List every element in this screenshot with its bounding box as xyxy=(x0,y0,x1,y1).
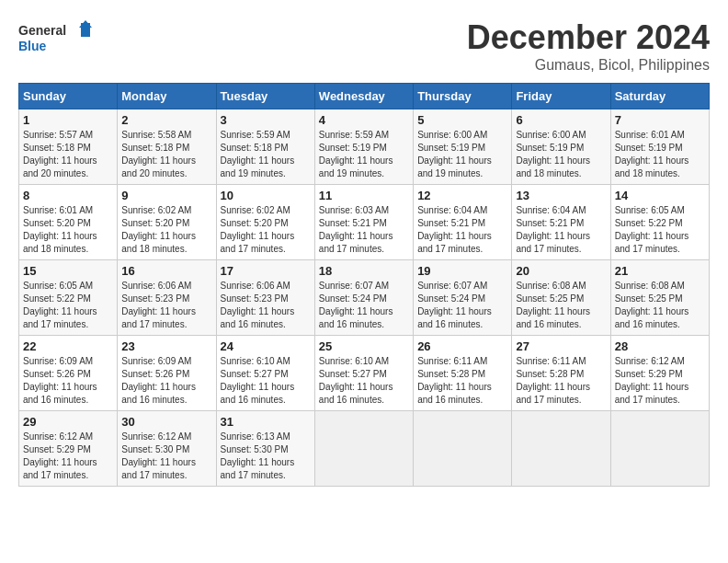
day-info: Sunrise: 6:06 AM Sunset: 5:23 PM Dayligh… xyxy=(221,280,311,331)
calendar-day-header: Wednesday xyxy=(314,84,413,109)
day-info: Sunrise: 6:01 AM Sunset: 5:19 PM Dayligh… xyxy=(615,129,705,180)
calendar-cell: 26Sunrise: 6:11 AM Sunset: 5:28 PM Dayli… xyxy=(414,336,512,411)
calendar-cell: 10Sunrise: 6:02 AM Sunset: 5:20 PM Dayli… xyxy=(216,185,314,260)
calendar-day-header: Tuesday xyxy=(216,84,314,109)
calendar-cell: 5Sunrise: 6:00 AM Sunset: 5:19 PM Daylig… xyxy=(414,109,512,185)
day-info: Sunrise: 6:10 AM Sunset: 5:27 PM Dayligh… xyxy=(319,355,409,407)
title-block: December 2024 Gumaus, Bicol, Philippines xyxy=(467,18,710,74)
day-info: Sunrise: 6:12 AM Sunset: 5:29 PM Dayligh… xyxy=(23,431,113,482)
day-info: Sunrise: 6:03 AM Sunset: 5:21 PM Dayligh… xyxy=(319,204,409,256)
day-number: 21 xyxy=(615,264,705,278)
day-number: 15 xyxy=(23,264,113,278)
day-info: Sunrise: 6:07 AM Sunset: 5:24 PM Dayligh… xyxy=(319,280,409,331)
day-number: 30 xyxy=(121,415,211,429)
day-number: 3 xyxy=(221,113,311,127)
calendar-cell: 30Sunrise: 6:12 AM Sunset: 5:30 PM Dayli… xyxy=(118,411,216,487)
calendar-cell xyxy=(512,411,610,487)
day-number: 6 xyxy=(516,113,606,127)
day-info: Sunrise: 5:57 AM Sunset: 5:18 PM Dayligh… xyxy=(23,129,113,180)
day-info: Sunrise: 6:00 AM Sunset: 5:19 PM Dayligh… xyxy=(516,129,606,180)
day-info: Sunrise: 6:09 AM Sunset: 5:26 PM Dayligh… xyxy=(121,355,211,407)
day-number: 7 xyxy=(615,113,705,127)
day-number: 2 xyxy=(121,113,211,127)
calendar-cell: 9Sunrise: 6:02 AM Sunset: 5:20 PM Daylig… xyxy=(118,185,216,260)
day-number: 1 xyxy=(23,113,113,127)
page-header: General Blue December 2024 Gumaus, Bicol… xyxy=(18,18,710,74)
day-info: Sunrise: 6:05 AM Sunset: 5:22 PM Dayligh… xyxy=(23,280,113,331)
day-info: Sunrise: 6:11 AM Sunset: 5:28 PM Dayligh… xyxy=(417,355,507,407)
day-number: 9 xyxy=(121,189,211,202)
day-number: 19 xyxy=(417,264,507,278)
calendar-cell: 4Sunrise: 5:59 AM Sunset: 5:19 PM Daylig… xyxy=(314,109,413,185)
day-info: Sunrise: 5:58 AM Sunset: 5:18 PM Dayligh… xyxy=(121,129,211,180)
calendar-cell: 6Sunrise: 6:00 AM Sunset: 5:19 PM Daylig… xyxy=(512,109,610,185)
day-info: Sunrise: 6:09 AM Sunset: 5:26 PM Dayligh… xyxy=(23,355,113,407)
day-number: 29 xyxy=(23,415,113,429)
day-info: Sunrise: 6:07 AM Sunset: 5:24 PM Dayligh… xyxy=(417,280,507,331)
logo-icon: General Blue xyxy=(18,18,92,60)
calendar-cell: 15Sunrise: 6:05 AM Sunset: 5:22 PM Dayli… xyxy=(19,260,118,336)
day-info: Sunrise: 6:11 AM Sunset: 5:28 PM Dayligh… xyxy=(516,355,606,407)
calendar-cell: 25Sunrise: 6:10 AM Sunset: 5:27 PM Dayli… xyxy=(314,336,413,411)
calendar-cell: 18Sunrise: 6:07 AM Sunset: 5:24 PM Dayli… xyxy=(314,260,413,336)
calendar-cell: 31Sunrise: 6:13 AM Sunset: 5:30 PM Dayli… xyxy=(216,411,314,487)
day-info: Sunrise: 6:00 AM Sunset: 5:19 PM Dayligh… xyxy=(417,129,507,180)
calendar-cell: 13Sunrise: 6:04 AM Sunset: 5:21 PM Dayli… xyxy=(512,185,610,260)
calendar-cell: 1Sunrise: 5:57 AM Sunset: 5:18 PM Daylig… xyxy=(19,109,118,185)
calendar-day-header: Saturday xyxy=(610,84,709,109)
day-info: Sunrise: 6:08 AM Sunset: 5:25 PM Dayligh… xyxy=(516,280,606,331)
day-info: Sunrise: 6:04 AM Sunset: 5:21 PM Dayligh… xyxy=(516,204,606,256)
location-subtitle: Gumaus, Bicol, Philippines xyxy=(467,57,710,74)
calendar-week-row: 1Sunrise: 5:57 AM Sunset: 5:18 PM Daylig… xyxy=(19,109,710,185)
day-number: 26 xyxy=(417,339,507,353)
calendar-cell: 23Sunrise: 6:09 AM Sunset: 5:26 PM Dayli… xyxy=(118,336,216,411)
day-number: 11 xyxy=(319,189,409,202)
calendar-cell: 16Sunrise: 6:06 AM Sunset: 5:23 PM Dayli… xyxy=(118,260,216,336)
day-number: 25 xyxy=(319,339,409,353)
calendar-cell xyxy=(314,411,413,487)
day-number: 28 xyxy=(615,339,705,353)
calendar-cell: 7Sunrise: 6:01 AM Sunset: 5:19 PM Daylig… xyxy=(610,109,709,185)
calendar-cell: 20Sunrise: 6:08 AM Sunset: 5:25 PM Dayli… xyxy=(512,260,610,336)
calendar-header-row: SundayMondayTuesdayWednesdayThursdayFrid… xyxy=(19,84,710,109)
calendar-cell xyxy=(610,411,709,487)
day-number: 5 xyxy=(417,113,507,127)
day-info: Sunrise: 6:05 AM Sunset: 5:22 PM Dayligh… xyxy=(615,204,705,256)
day-number: 24 xyxy=(221,339,311,353)
day-info: Sunrise: 6:01 AM Sunset: 5:20 PM Dayligh… xyxy=(23,204,113,256)
calendar-day-header: Friday xyxy=(512,84,610,109)
calendar-week-row: 15Sunrise: 6:05 AM Sunset: 5:22 PM Dayli… xyxy=(19,260,710,336)
calendar-cell: 2Sunrise: 5:58 AM Sunset: 5:18 PM Daylig… xyxy=(118,109,216,185)
day-number: 10 xyxy=(221,189,311,202)
day-info: Sunrise: 6:13 AM Sunset: 5:30 PM Dayligh… xyxy=(221,431,311,482)
day-number: 27 xyxy=(516,339,606,353)
day-number: 18 xyxy=(319,264,409,278)
day-number: 20 xyxy=(516,264,606,278)
day-info: Sunrise: 6:12 AM Sunset: 5:30 PM Dayligh… xyxy=(121,431,211,482)
logo: General Blue xyxy=(18,18,92,60)
calendar-day-header: Sunday xyxy=(19,84,118,109)
calendar-week-row: 8Sunrise: 6:01 AM Sunset: 5:20 PM Daylig… xyxy=(19,185,710,260)
day-info: Sunrise: 6:08 AM Sunset: 5:25 PM Dayligh… xyxy=(615,280,705,331)
day-number: 22 xyxy=(23,339,113,353)
calendar-week-row: 22Sunrise: 6:09 AM Sunset: 5:26 PM Dayli… xyxy=(19,336,710,411)
calendar-cell: 29Sunrise: 6:12 AM Sunset: 5:29 PM Dayli… xyxy=(19,411,118,487)
day-number: 16 xyxy=(121,264,211,278)
calendar-cell: 14Sunrise: 6:05 AM Sunset: 5:22 PM Dayli… xyxy=(610,185,709,260)
calendar-cell: 21Sunrise: 6:08 AM Sunset: 5:25 PM Dayli… xyxy=(610,260,709,336)
day-number: 23 xyxy=(121,339,211,353)
day-number: 31 xyxy=(221,415,311,429)
calendar-cell: 12Sunrise: 6:04 AM Sunset: 5:21 PM Dayli… xyxy=(414,185,512,260)
calendar-cell: 28Sunrise: 6:12 AM Sunset: 5:29 PM Dayli… xyxy=(610,336,709,411)
calendar-cell xyxy=(414,411,512,487)
day-info: Sunrise: 6:04 AM Sunset: 5:21 PM Dayligh… xyxy=(417,204,507,256)
day-number: 17 xyxy=(221,264,311,278)
day-number: 4 xyxy=(319,113,409,127)
calendar-cell: 19Sunrise: 6:07 AM Sunset: 5:24 PM Dayli… xyxy=(414,260,512,336)
month-title: December 2024 xyxy=(467,18,710,57)
svg-text:Blue: Blue xyxy=(18,39,47,53)
day-info: Sunrise: 6:06 AM Sunset: 5:23 PM Dayligh… xyxy=(121,280,211,331)
calendar-week-row: 29Sunrise: 6:12 AM Sunset: 5:29 PM Dayli… xyxy=(19,411,710,487)
calendar-cell: 22Sunrise: 6:09 AM Sunset: 5:26 PM Dayli… xyxy=(19,336,118,411)
calendar-cell: 3Sunrise: 5:59 AM Sunset: 5:18 PM Daylig… xyxy=(216,109,314,185)
